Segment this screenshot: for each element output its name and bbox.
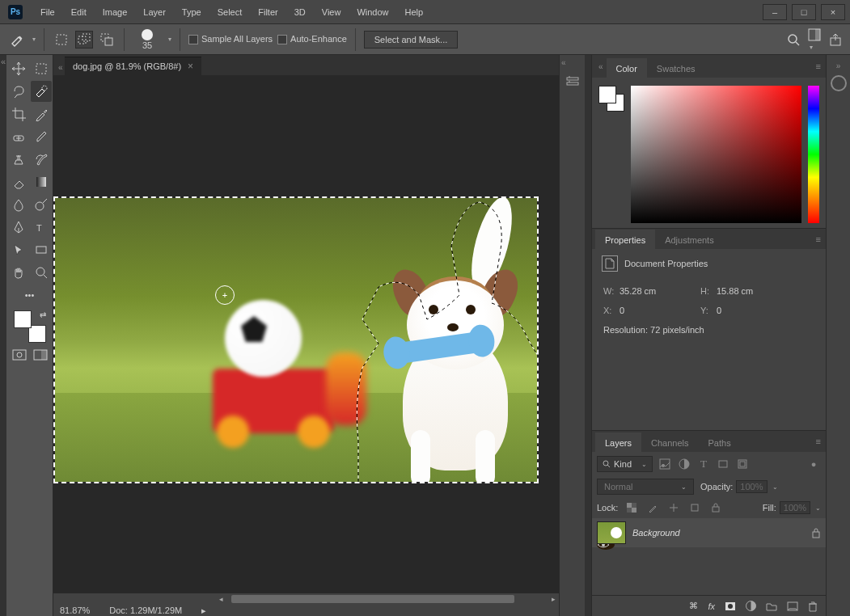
dodge-tool-icon[interactable] bbox=[31, 194, 52, 215]
dock-collapse-icon[interactable]: « bbox=[561, 58, 566, 67]
active-tool-icon[interactable] bbox=[8, 31, 26, 49]
menu-image[interactable]: Image bbox=[95, 0, 136, 24]
healing-brush-tool-icon[interactable] bbox=[8, 126, 29, 147]
type-tool-icon[interactable]: T bbox=[31, 217, 52, 238]
marquee-tool-icon[interactable] bbox=[31, 58, 52, 79]
filter-adjustment-icon[interactable] bbox=[677, 457, 691, 471]
rectangle-tool-icon[interactable] bbox=[31, 239, 52, 260]
close-button[interactable]: × bbox=[821, 4, 845, 20]
tab-collapse-icon[interactable]: « bbox=[58, 63, 65, 75]
menu-type[interactable]: Type bbox=[174, 0, 209, 24]
scroll-thumb[interactable] bbox=[231, 595, 514, 603]
filter-toggle-icon[interactable]: ● bbox=[806, 457, 821, 471]
tab-close-icon[interactable]: × bbox=[188, 61, 193, 72]
document-tab[interactable]: dog.jpg @ 81.9% (RGB/8#) × bbox=[65, 57, 201, 75]
quick-mask-icon[interactable] bbox=[11, 348, 27, 362]
dock-collapse-icon[interactable]: » bbox=[836, 61, 841, 70]
lock-transparency-icon[interactable] bbox=[624, 500, 639, 515]
minimize-button[interactable]: – bbox=[763, 4, 787, 20]
adjustment-layer-icon[interactable] bbox=[746, 601, 756, 611]
left-collapse-tray[interactable]: « bbox=[0, 55, 6, 616]
layer-mask-icon[interactable] bbox=[725, 601, 736, 611]
edit-toolbar-icon[interactable]: ••• bbox=[14, 285, 46, 306]
group-icon[interactable] bbox=[766, 601, 777, 611]
color-swatches[interactable]: ⇄ bbox=[14, 310, 46, 343]
filter-shape-icon[interactable] bbox=[716, 457, 730, 471]
clone-stamp-tool-icon[interactable] bbox=[8, 149, 29, 170]
workspace-icon[interactable]: ▾ bbox=[808, 28, 821, 51]
auto-enhance-checkbox[interactable]: Auto-Enhance bbox=[277, 34, 347, 44]
new-layer-icon[interactable] bbox=[787, 601, 798, 611]
menu-window[interactable]: Window bbox=[349, 0, 396, 24]
zoom-tool-icon[interactable] bbox=[31, 262, 52, 283]
filter-smart-icon[interactable] bbox=[735, 457, 750, 471]
panel-color-swatches[interactable] bbox=[598, 86, 624, 220]
filter-type-icon[interactable]: T bbox=[696, 457, 711, 471]
panel-menu-icon[interactable]: ≡ bbox=[816, 61, 821, 71]
gradient-tool-icon[interactable] bbox=[31, 171, 52, 192]
select-and-mask-button[interactable]: Select and Mask... bbox=[364, 31, 459, 49]
blur-tool-icon[interactable] bbox=[8, 194, 29, 215]
foreground-swatch[interactable] bbox=[14, 310, 32, 328]
swap-colors-icon[interactable]: ⇄ bbox=[40, 310, 46, 319]
menu-select[interactable]: Select bbox=[209, 0, 251, 24]
eyedropper-tool-icon[interactable] bbox=[31, 103, 52, 124]
tab-color[interactable]: Color bbox=[607, 58, 647, 78]
status-chevron-icon[interactable]: ▸ bbox=[201, 605, 206, 616]
lasso-tool-icon[interactable] bbox=[8, 81, 29, 102]
fg-color-swatch[interactable] bbox=[598, 86, 616, 103]
color-field[interactable] bbox=[631, 86, 801, 223]
tab-properties[interactable]: Properties bbox=[595, 230, 655, 249]
history-panel-icon[interactable] bbox=[561, 70, 584, 93]
tool-preset-chevron-icon[interactable]: ▾ bbox=[32, 36, 36, 43]
layer-filter-kind[interactable]: Kind⌄ bbox=[597, 456, 653, 472]
history-brush-tool-icon[interactable] bbox=[31, 149, 52, 170]
screen-mode-icon[interactable] bbox=[32, 348, 49, 362]
menu-help[interactable]: Help bbox=[397, 0, 432, 24]
tab-channels[interactable]: Channels bbox=[641, 432, 698, 452]
menu-edit[interactable]: Edit bbox=[63, 0, 95, 24]
brush-chevron-icon[interactable]: ▾ bbox=[168, 36, 171, 43]
lock-artboard-icon[interactable] bbox=[687, 500, 702, 515]
horizontal-scrollbar[interactable]: ◂ ▸ bbox=[53, 593, 559, 605]
menu-3d[interactable]: 3D bbox=[286, 0, 314, 24]
lock-all-icon[interactable] bbox=[708, 500, 723, 515]
eraser-tool-icon[interactable] bbox=[8, 171, 29, 192]
menu-view[interactable]: View bbox=[314, 0, 349, 24]
layer-name[interactable]: Background bbox=[632, 528, 680, 538]
scroll-right-icon[interactable]: ▸ bbox=[548, 593, 559, 605]
tab-adjustments[interactable]: Adjustments bbox=[655, 230, 724, 249]
scroll-left-icon[interactable]: ◂ bbox=[215, 593, 226, 605]
blend-mode-select[interactable]: Normal⌄ bbox=[597, 479, 694, 495]
crop-tool-icon[interactable] bbox=[8, 103, 29, 124]
path-selection-tool-icon[interactable] bbox=[8, 239, 29, 260]
hand-tool-icon[interactable] bbox=[8, 262, 29, 283]
quick-selection-tool-icon[interactable] bbox=[31, 81, 52, 102]
layer-fx-icon[interactable]: fx bbox=[708, 601, 715, 611]
maximize-button[interactable]: □ bbox=[792, 4, 816, 20]
zoom-level[interactable]: 81.87% bbox=[60, 605, 90, 615]
tab-layers[interactable]: Layers bbox=[595, 432, 641, 452]
subtract-from-selection-icon[interactable] bbox=[98, 31, 116, 49]
menu-file[interactable]: File bbox=[32, 0, 63, 24]
pen-tool-icon[interactable] bbox=[8, 217, 29, 238]
cc-libraries-icon[interactable] bbox=[831, 75, 847, 91]
canvas[interactable]: + ◂ ▸ 81.87% Doc: 1.29M/1.29M ▸ bbox=[53, 75, 559, 616]
delete-layer-icon[interactable] bbox=[808, 601, 818, 612]
tab-swatches[interactable]: Swatches bbox=[647, 58, 705, 78]
move-tool-icon[interactable] bbox=[8, 58, 29, 79]
hue-slider[interactable] bbox=[808, 86, 819, 223]
layer-row-background[interactable]: Background bbox=[592, 518, 826, 547]
brush-tool-icon[interactable] bbox=[31, 126, 52, 147]
opacity-value[interactable]: 100% bbox=[736, 480, 767, 493]
panel-menu-icon[interactable]: ≡ bbox=[816, 234, 821, 244]
panel-menu-icon[interactable]: ≡ bbox=[816, 437, 821, 446]
lock-position-icon[interactable] bbox=[666, 500, 681, 515]
fill-value[interactable]: 100% bbox=[780, 501, 810, 514]
menu-layer[interactable]: Layer bbox=[135, 0, 174, 24]
new-selection-icon[interactable] bbox=[53, 31, 70, 49]
add-to-selection-icon[interactable] bbox=[75, 31, 93, 49]
brush-picker[interactable]: 35 bbox=[133, 29, 162, 50]
search-icon[interactable] bbox=[787, 33, 800, 46]
doc-size[interactable]: Doc: 1.29M/1.29M bbox=[109, 605, 182, 615]
